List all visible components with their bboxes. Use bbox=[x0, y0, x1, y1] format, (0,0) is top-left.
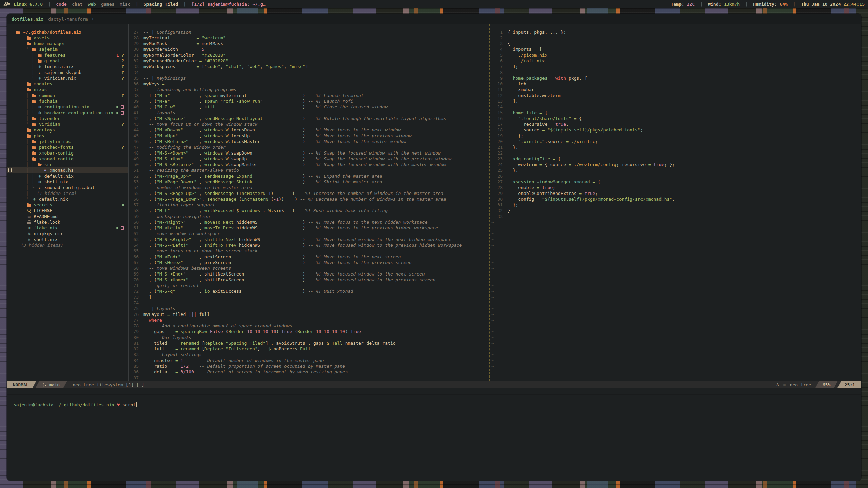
code-line[interactable]: 76myLayout = tiled ||| full bbox=[129, 311, 489, 317]
empty-line-marker[interactable]: ~ bbox=[490, 288, 861, 294]
code-line[interactable]: 18 source = "${inputs.self}/pkgs/patched… bbox=[490, 127, 861, 133]
new-tab-button[interactable]: + bbox=[91, 17, 94, 22]
code-line[interactable]: 29 enableContribAndExtras = true; bbox=[490, 190, 861, 196]
tree-item[interactable]: shell.nix bbox=[7, 237, 128, 242]
code-line[interactable]: 46 , ("M-<Return>" , windows W.focusMast… bbox=[129, 139, 489, 144]
code-line[interactable]: 33myWorkspaces = ["code", "chat", "web",… bbox=[129, 64, 489, 69]
code-line[interactable]: 30 config = "${inputs.self}/pkgs/xmonad-… bbox=[490, 196, 861, 202]
empty-line-marker[interactable]: ~ bbox=[490, 352, 861, 358]
code-line[interactable]: 32myFocusedBorderColor = "#282828" bbox=[129, 58, 489, 64]
code-line[interactable]: 42 , ("M-<Space>" , sendMessage NextLayo… bbox=[129, 116, 489, 121]
tree-item[interactable]: │ lavender bbox=[7, 116, 128, 121]
tree-item[interactable]: │ xmonad-config bbox=[7, 156, 128, 162]
code-line[interactable]: 12 unstable.wezterm bbox=[490, 93, 861, 98]
empty-line-marker[interactable]: ~ bbox=[490, 277, 861, 283]
tree-item[interactable]: │ │ └ xmonad.hs bbox=[7, 167, 128, 173]
code-line[interactable]: 54 -- number of windows in the master ar… bbox=[129, 185, 489, 190]
code-line[interactable]: 3{ bbox=[490, 41, 861, 46]
code-line[interactable]: 86 delta = 3/100 -- Percent of screen to… bbox=[129, 369, 489, 375]
tree-item[interactable]: ~/.github/dotfiles.nix bbox=[7, 29, 128, 35]
code-line[interactable]: 17 recursive = true; bbox=[490, 121, 861, 127]
code-line[interactable]: 32} bbox=[490, 208, 861, 214]
empty-line-marker[interactable]: ~ bbox=[490, 294, 861, 300]
empty-line-marker[interactable]: ~ bbox=[490, 219, 861, 225]
code-line[interactable]: 16 ".local/share/fonts" = { bbox=[490, 116, 861, 121]
workspace-item[interactable]: games bbox=[101, 2, 114, 7]
tree-item[interactable]: │ common? bbox=[7, 93, 128, 98]
code-line[interactable]: 23 xdg.configFile = { bbox=[490, 156, 861, 162]
tree-item[interactable]: nixos bbox=[7, 87, 128, 93]
editor-nix-file[interactable]: 1{ inputs, pkgs, ... }:23{4 imports = [5… bbox=[490, 24, 861, 381]
tree-item[interactable]: │ │ default.nix bbox=[7, 173, 128, 179]
code-line[interactable]: 75-- | Layouts bbox=[129, 306, 489, 311]
code-line[interactable]: 43 -- move focus up or down the window s… bbox=[129, 121, 489, 127]
empty-line-marker[interactable]: ~ bbox=[490, 334, 861, 340]
tree-item[interactable]: README.md bbox=[7, 214, 128, 219]
empty-line-marker[interactable]: ~ bbox=[490, 340, 861, 346]
code-line[interactable]: 27-- | Configuration bbox=[129, 29, 489, 35]
code-line[interactable]: 71 -- quit, or restart bbox=[129, 283, 489, 288]
code-line[interactable]: 81 tiled = renamed [Replace "Spacing Til… bbox=[129, 340, 489, 346]
code-line[interactable]: 20 ".xinitrc".source = ./xinitrc; bbox=[490, 139, 861, 144]
code-line[interactable]: 74 bbox=[129, 300, 489, 306]
code-line[interactable]: 68 -- move windows between screens bbox=[129, 265, 489, 271]
code-line[interactable]: 22 bbox=[490, 150, 861, 156]
empty-line-marker[interactable]: ~ bbox=[490, 260, 861, 265]
code-line[interactable]: 7 ]; bbox=[490, 64, 861, 69]
code-line[interactable]: 4 imports = [ bbox=[490, 46, 861, 52]
tree-item[interactable]: └ viridian.nix? bbox=[7, 75, 128, 81]
workspace-item[interactable]: chat bbox=[72, 2, 82, 7]
code-line[interactable]: 41 -- layouts bbox=[129, 110, 489, 116]
code-line[interactable]: 27 xsession.windowManager.xmonad = { bbox=[490, 179, 861, 185]
empty-line-marker[interactable]: ~ bbox=[490, 300, 861, 306]
code-line[interactable]: 49 , ("M-S-<Up>" , windows W.swapUp ) --… bbox=[129, 156, 489, 162]
empty-line-marker[interactable]: ~ bbox=[490, 306, 861, 311]
empty-line-marker[interactable]: ~ bbox=[490, 283, 861, 288]
code-line[interactable]: 37 -- launching and killing programs bbox=[129, 87, 489, 93]
tree-item[interactable]: │ global? bbox=[7, 58, 128, 64]
code-line[interactable]: 31myNormalBorderColor = "#282828" bbox=[129, 52, 489, 58]
tree-item[interactable]: │ (1 hidden item) bbox=[7, 190, 128, 196]
code-line[interactable]: 9 home.packages = with pkgs; [ bbox=[490, 75, 861, 81]
tree-item[interactable]: assets bbox=[7, 35, 128, 41]
code-line[interactable]: 65 -- move focus up or down the screen s… bbox=[129, 248, 489, 254]
code-line[interactable]: 51 -- resizing the master/slave ratio bbox=[129, 167, 489, 173]
empty-line-marker[interactable]: ~ bbox=[490, 346, 861, 352]
workspace-item[interactable]: code bbox=[56, 2, 66, 7]
empty-line-marker[interactable]: ~ bbox=[490, 375, 861, 381]
tree-item[interactable]: flake.lock bbox=[7, 219, 128, 225]
code-line[interactable]: 82 full = renamed [Replace "Fullscreen"]… bbox=[129, 346, 489, 352]
code-line[interactable]: 69 , ("M-S-<End>" , shiftNextScreen ) --… bbox=[129, 271, 489, 277]
shell-pane[interactable]: sajenim@fuchsia ~/.github/dotfiles.nix ♥… bbox=[7, 394, 861, 481]
empty-line-marker[interactable]: ~ bbox=[490, 248, 861, 254]
code-line[interactable]: 73 ] bbox=[129, 294, 489, 300]
code-line[interactable]: 28myTerminal = "wezterm" bbox=[129, 35, 489, 41]
tree-item[interactable]: │ fuchsia.nix? bbox=[7, 64, 128, 69]
code-line[interactable]: 72 , ("M-S-q" , io exitSuccess ) -- %! Q… bbox=[129, 288, 489, 294]
code-line[interactable]: 25 }; bbox=[490, 167, 861, 173]
code-line[interactable]: 1{ inputs, pkgs, ... }: bbox=[490, 29, 861, 35]
code-line[interactable]: 64 , ("M-S-<Left)" , shiftTo Prev hidden… bbox=[129, 242, 489, 248]
code-line[interactable]: 10 feh bbox=[490, 81, 861, 87]
code-line[interactable]: 66 , ("M-<End>" , nextScreen ) -- %! Mov… bbox=[129, 254, 489, 260]
code-line[interactable]: 83 -- Layout settings bbox=[129, 352, 489, 358]
tree-item[interactable]: └ default.nix bbox=[7, 196, 128, 202]
code-line[interactable]: 47 -- modifying the window order bbox=[129, 144, 489, 150]
tree-item[interactable]: │ └ xmonad-config.cabal bbox=[7, 185, 128, 190]
code-line[interactable]: 15 home.file = { bbox=[490, 110, 861, 116]
code-line[interactable]: 14 bbox=[490, 104, 861, 110]
code-line[interactable]: 59 -- workspace navigation bbox=[129, 214, 489, 219]
code-line[interactable]: 26 bbox=[490, 173, 861, 179]
tree-item[interactable]: nixpkgs.nix bbox=[7, 231, 128, 237]
code-line[interactable]: 85 ratio = 1/2 -- Default proportion of … bbox=[129, 363, 489, 369]
code-line[interactable]: 62 -- move window to workspace bbox=[129, 231, 489, 237]
code-line[interactable]: 84 nmaster = 1 -- Default number of wind… bbox=[129, 358, 489, 363]
code-line[interactable]: 6 ./rofi.nix bbox=[490, 58, 861, 64]
code-line[interactable]: 60 , ("M-<Right>" , moveTo Next hiddenWS… bbox=[129, 219, 489, 225]
tab-dotfiles[interactable]: dotfiles.nix bbox=[12, 17, 43, 22]
code-line[interactable]: 57 -- floating layer support bbox=[129, 202, 489, 208]
code-line[interactable]: 31 }; bbox=[490, 202, 861, 208]
tree-item[interactable]: overlays bbox=[7, 127, 128, 133]
code-line[interactable]: 70 , ("M-S-<Home>" , shiftPrevScreen ) -… bbox=[129, 277, 489, 283]
code-line[interactable]: 33 bbox=[490, 214, 861, 219]
